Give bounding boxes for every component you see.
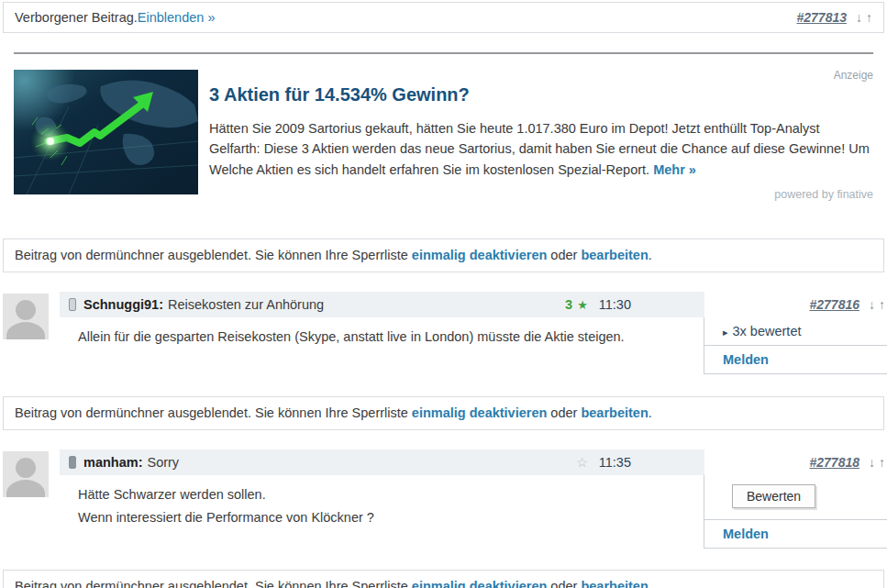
post-body-line: Hätte Schwarzer werden sollen. — [78, 483, 694, 506]
blocked-period: . — [649, 405, 652, 420]
ad-more-link[interactable]: Mehr » — [653, 162, 696, 177]
mobile-icon — [69, 298, 76, 311]
post-id-zone: #277818 ↓↑ — [704, 449, 887, 475]
post-header: Schnuggi91: Reisekosten zur Anhörung 3 ★… — [60, 292, 887, 317]
blocked-period: . — [649, 579, 652, 588]
post-id-link[interactable]: #277818 — [809, 455, 859, 470]
rate-row: Bewerten — [704, 475, 887, 520]
blocked-post-bar: Beitrag von dermünchner ausgeblendet. Si… — [3, 396, 884, 430]
show-post-link[interactable]: Einblenden » — [138, 10, 216, 25]
post-time: 11:30 — [599, 297, 631, 312]
post-body: Allein für die gesparten Reisekosten (Sk… — [60, 317, 704, 374]
avatar[interactable] — [3, 294, 49, 339]
up-arrow-icon[interactable]: ↑ — [879, 455, 885, 470]
post-meta: 3 ★ 11:30 — [565, 297, 695, 312]
post-title: Reisekosten zur Anhörung — [168, 297, 324, 312]
advertisement: Anzeige 3 Aktien für 14.534% Gewinn? Hät… — [0, 54, 887, 201]
up-arrow-icon[interactable]: ↑ — [879, 297, 885, 312]
ad-body-text: Hätten Sie 2009 Sartorius gekauft, hätte… — [209, 121, 870, 177]
ad-title[interactable]: 3 Aktien für 14.534% Gewinn? — [209, 84, 873, 105]
post-id-zone: #277816 ↓↑ — [704, 292, 887, 317]
post-author[interactable]: Schnuggi91: — [83, 297, 163, 312]
report-row: Melden — [704, 346, 887, 374]
post-body-line: Allein für die gesparten Reisekosten (Sk… — [78, 326, 694, 349]
post-nav-arrows: ↓↑ — [865, 297, 885, 312]
post-id-link[interactable]: #277813 — [796, 10, 847, 25]
down-arrow-icon[interactable]: ↓ — [856, 10, 862, 25]
blocked-text: Beitrag von dermünchner ausgeblendet. Si… — [15, 248, 412, 262]
report-row: Melden — [704, 520, 887, 549]
avatar[interactable] — [3, 451, 49, 497]
up-arrow-icon[interactable]: ↑ — [866, 10, 872, 25]
ad-label: Anzeige — [209, 70, 873, 81]
ad-body: Hätten Sie 2009 Sartorius gekauft, hätte… — [209, 118, 873, 180]
report-link[interactable]: Melden — [723, 352, 769, 367]
down-arrow-icon[interactable]: ↓ — [869, 297, 875, 312]
hidden-post-text: Verborgener Beitrag. — [15, 10, 138, 25]
post-time: 11:35 — [599, 455, 631, 470]
forum-post-277816: Schnuggi91: Reisekosten zur Anhörung 3 ★… — [0, 292, 887, 374]
blocked-connector: oder — [547, 248, 581, 262]
blocked-text: Beitrag von dermünchner ausgeblendet. Si… — [15, 579, 412, 588]
post-id-link[interactable]: #277816 — [809, 297, 859, 312]
edit-blocklist-link[interactable]: bearbeiten — [581, 405, 648, 420]
post-nav-arrows: ↓↑ — [865, 455, 885, 470]
post-author[interactable]: manham: — [83, 455, 142, 470]
hidden-post-bar: Verborgener Beitrag. Einblenden » #27781… — [3, 2, 884, 33]
ad-text-column: Anzeige 3 Aktien für 14.534% Gewinn? Hät… — [198, 70, 873, 201]
ad-stock-chart-image[interactable] — [14, 70, 198, 194]
deactivate-blocklist-link[interactable]: einmalig deaktivieren — [412, 248, 547, 262]
deactivate-blocklist-link[interactable]: einmalig deaktivieren — [412, 579, 547, 588]
post-nav-arrows: ↓↑ — [852, 10, 872, 25]
forum-post-277818: manham: Sorry ☆ 11:35 #277818 ↓↑ Hätte S… — [0, 449, 887, 549]
mobile-icon — [69, 456, 76, 469]
post-header-bar: Schnuggi91: Reisekosten zur Anhörung 3 ★… — [60, 292, 704, 317]
blocked-connector: oder — [547, 579, 581, 588]
rated-row[interactable]: ▸3x bewertet — [704, 317, 887, 346]
post-main: Allein für die gesparten Reisekosten (Sk… — [60, 317, 887, 374]
post-main: Hätte Schwarzer werden sollen. Wenn inte… — [60, 475, 887, 549]
post-actions: ▸3x bewertet Melden — [704, 317, 887, 374]
blocked-post-bar: Beitrag von dermünchner ausgeblendet. Si… — [3, 570, 884, 588]
post-header-bar: manham: Sorry ☆ 11:35 — [60, 449, 704, 475]
star-icon[interactable]: ★ — [577, 298, 588, 312]
report-link[interactable]: Melden — [723, 527, 769, 541]
rate-button[interactable]: Bewerten — [732, 484, 815, 508]
blocked-text: Beitrag von dermünchner ausgeblendet. Si… — [15, 405, 412, 420]
rating-count: 3 — [565, 297, 572, 312]
blocked-connector: oder — [547, 405, 581, 420]
post-header: manham: Sorry ☆ 11:35 #277818 ↓↑ — [60, 449, 887, 475]
rated-label: 3x bewertet — [733, 324, 802, 338]
deactivate-blocklist-link[interactable]: einmalig deaktivieren — [412, 405, 547, 420]
star-outline-icon[interactable]: ☆ — [576, 455, 588, 470]
post-title: Sorry — [147, 455, 179, 470]
post-body: Hätte Schwarzer werden sollen. Wenn inte… — [60, 475, 704, 549]
ad-powered-by: powered by finative — [209, 188, 873, 201]
edit-blocklist-link[interactable]: bearbeiten — [581, 579, 648, 588]
blocked-post-bar: Beitrag von dermünchner ausgeblendet. Si… — [3, 239, 884, 272]
down-arrow-icon[interactable]: ↓ — [869, 455, 875, 470]
edit-blocklist-link[interactable]: bearbeiten — [581, 248, 648, 262]
caret-right-icon: ▸ — [723, 327, 728, 338]
post-meta: ☆ 11:35 — [576, 455, 695, 470]
post-body-line: Wenn interessiert die Performance von Kl… — [78, 506, 694, 529]
blocked-period: . — [649, 248, 652, 262]
post-actions: Bewerten Melden — [704, 475, 887, 549]
